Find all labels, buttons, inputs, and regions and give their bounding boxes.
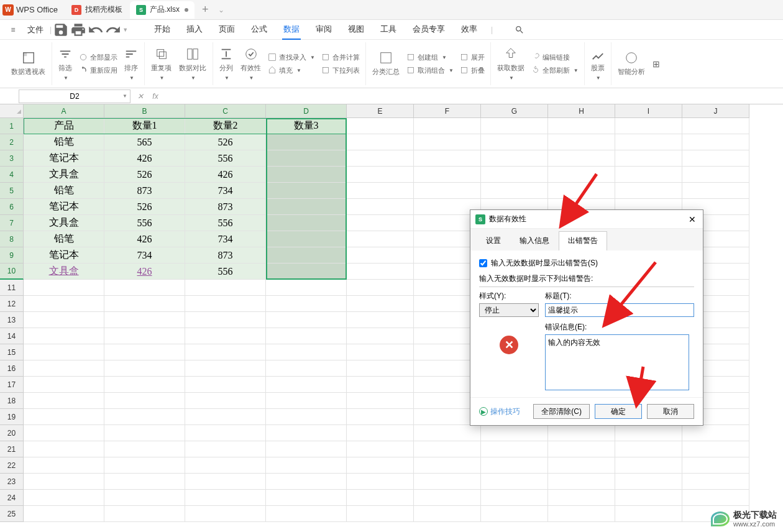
cell[interactable] [615,457,682,474]
menu-formula[interactable]: 公式 [250,20,268,40]
cell[interactable] [185,328,266,344]
cell[interactable] [24,425,104,441]
row-header[interactable]: 24 [0,490,24,506]
cell[interactable]: 873 [185,247,266,264]
cell[interactable] [104,441,185,457]
menu-vip[interactable]: 会员专享 [411,20,446,40]
lookup-button[interactable]: 查找录入▼ [266,52,317,63]
cell[interactable] [104,490,185,506]
more-button[interactable]: ⊞ [650,58,662,70]
cell[interactable] [104,328,185,344]
cell[interactable] [347,425,414,441]
cell[interactable]: 526 [104,199,185,215]
row-header[interactable]: 5 [0,183,24,199]
checkbox-input[interactable] [479,259,487,267]
cell[interactable] [347,167,414,183]
cell[interactable] [24,474,104,490]
cell[interactable] [104,280,185,296]
column-header[interactable]: F [414,104,481,118]
cell[interactable] [266,506,347,522]
cell[interactable] [185,312,266,328]
cell[interactable] [548,441,615,457]
cell[interactable] [548,474,615,490]
cell[interactable] [185,474,266,490]
cell[interactable] [347,118,414,134]
cell[interactable] [682,457,749,474]
error-message-textarea[interactable]: 输入的内容无效 [545,334,689,390]
cell[interactable] [615,441,682,457]
row-header[interactable]: 15 [0,344,24,360]
dialog-titlebar[interactable]: S 数据有效性 ✕ [470,210,703,229]
cell[interactable] [185,490,266,506]
cell[interactable] [548,457,615,474]
cell[interactable] [481,183,548,199]
refresh-all-button[interactable]: 全部刷新▼ [529,65,580,76]
cell[interactable] [347,134,414,150]
cell[interactable] [414,490,481,506]
cell[interactable] [615,118,682,134]
cell[interactable] [24,457,104,474]
cell[interactable] [347,199,414,215]
cell[interactable] [414,457,481,474]
cell[interactable] [347,506,414,522]
split-column-button[interactable]: 分列▼ [217,46,236,82]
cell[interactable]: 426 [185,167,266,183]
print-icon[interactable] [70,22,86,38]
cell[interactable] [266,215,347,231]
cell[interactable] [682,441,749,457]
dropdown-list-button[interactable]: 下拉列表 [319,65,362,76]
row-header[interactable]: 14 [0,328,24,344]
cell[interactable] [185,344,266,360]
cell[interactable] [24,328,104,344]
merge-calc-button[interactable]: 合并计算 [319,52,362,63]
cell[interactable] [481,441,548,457]
validity-button[interactable]: 有效性▼ [238,46,263,82]
cell[interactable] [414,150,481,167]
cell[interactable] [185,360,266,377]
menu-start[interactable]: 开始 [153,20,172,40]
cell[interactable] [615,490,682,506]
cell[interactable] [682,474,749,490]
save-icon[interactable] [53,22,69,38]
cell[interactable] [185,441,266,457]
cell[interactable] [615,134,682,150]
column-header[interactable]: A [24,104,104,118]
cell[interactable] [414,474,481,490]
file-menu[interactable]: 文件 [22,24,48,35]
cell[interactable] [347,377,414,393]
cell[interactable] [266,231,347,247]
menu-page[interactable]: 页面 [218,20,236,40]
cell[interactable] [682,134,749,150]
column-header[interactable]: G [481,104,548,118]
row-header[interactable]: 8 [0,231,24,247]
cell[interactable] [266,393,347,409]
cell[interactable] [347,457,414,474]
row-header[interactable]: 4 [0,167,24,183]
cell[interactable]: 556 [185,215,266,231]
cell[interactable] [266,167,347,183]
row-header[interactable]: 19 [0,409,24,425]
cell[interactable] [24,393,104,409]
cell[interactable] [481,134,548,150]
cell[interactable] [548,118,615,134]
cell[interactable] [104,425,185,441]
hamburger-icon[interactable]: ≡ [5,22,21,38]
row-header[interactable]: 2 [0,134,24,150]
cell[interactable]: 铅笔 [24,183,104,199]
cell[interactable] [24,360,104,377]
cell[interactable] [266,490,347,506]
menu-tools[interactable]: 工具 [379,20,398,40]
cell[interactable] [347,296,414,312]
row-header[interactable]: 12 [0,296,24,312]
cell[interactable] [481,506,548,522]
row-header[interactable]: 23 [0,474,24,490]
cell[interactable] [24,409,104,425]
cell[interactable] [24,280,104,296]
cell[interactable]: 526 [185,134,266,150]
column-header[interactable]: H [548,104,615,118]
cell[interactable] [104,393,185,409]
cell[interactable] [266,360,347,377]
cell[interactable]: 734 [185,183,266,199]
column-header[interactable]: D [266,104,347,118]
cell[interactable] [185,457,266,474]
